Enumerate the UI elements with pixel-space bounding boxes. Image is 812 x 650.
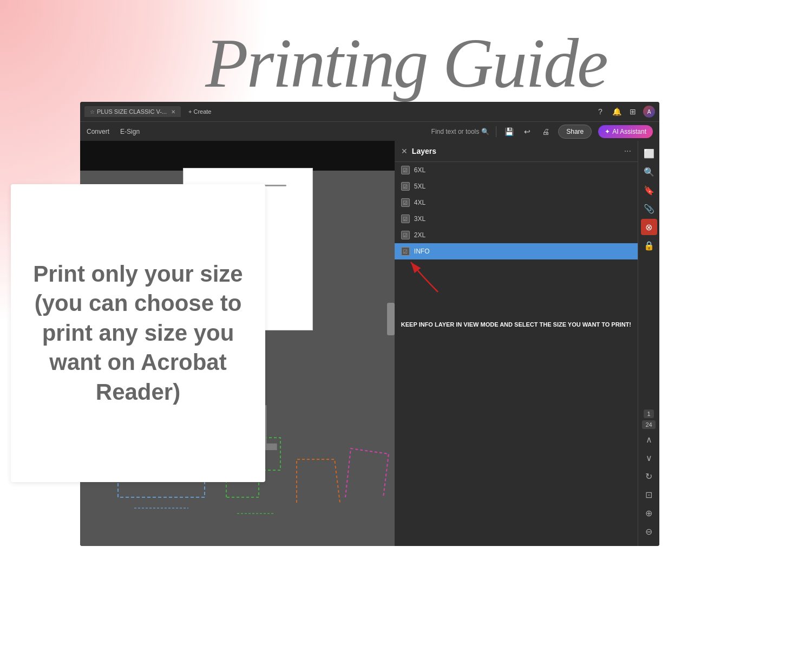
create-label: Create xyxy=(193,108,211,115)
toolbar-divider xyxy=(496,126,496,137)
scroll-down-icon[interactable]: ∨ xyxy=(641,450,657,466)
annotation-text: KEEP INFO LAYER IN VIEW MODE AND SELECT … xyxy=(395,316,638,334)
layer-checkbox-4xl[interactable]: ☑ xyxy=(401,198,410,207)
bottom-controls: 1 24 ∧ ∨ ↻ ⊡ ⊕ ⊖ xyxy=(641,407,657,542)
scroll-handle[interactable] xyxy=(387,303,395,335)
menu-esign[interactable]: E-Sign xyxy=(120,128,140,135)
pages-icon[interactable]: ⊡ xyxy=(641,486,657,503)
search-label: Find text or tools xyxy=(431,128,480,135)
layer-name-5xl: 5XL xyxy=(414,183,425,190)
scroll-up-icon[interactable]: ∧ xyxy=(641,431,657,447)
help-icon[interactable]: ? xyxy=(594,106,606,118)
tab-star-icon: ☆ xyxy=(90,109,95,115)
title-bar: ☆ PLUS SIZE CLASSIC V-... ✕ + Create ? 🔔… xyxy=(80,102,659,121)
title-bar-right: ? 🔔 ⊞ A xyxy=(594,106,655,118)
printing-guide-title-svg: Printing Guide xyxy=(162,8,650,106)
tab-close-icon[interactable]: ✕ xyxy=(171,109,175,115)
layer-checkbox-info[interactable]: ☑ xyxy=(401,247,410,256)
top-black-bar xyxy=(80,141,395,171)
instruction-text: Print only your size (you can choose to … xyxy=(27,259,249,407)
menu-convert[interactable]: Convert xyxy=(87,128,109,135)
sidebar-bookmark-icon[interactable]: 🔖 xyxy=(641,182,657,198)
layer-name-3xl: 3XL xyxy=(414,215,425,223)
current-page: 1 xyxy=(644,410,653,418)
sidebar-search-icon[interactable]: 🔍 xyxy=(641,164,657,180)
layer-item-6xl[interactable]: ☑ 6XL xyxy=(395,162,638,178)
layer-name-4xl: 4XL xyxy=(414,199,425,206)
layer-checkbox-2xl[interactable]: ☑ xyxy=(401,231,410,239)
print-icon[interactable]: 🖨 xyxy=(540,126,552,138)
total-pages: 24 xyxy=(642,420,655,429)
title-area: Printing Guide xyxy=(0,0,812,114)
save-icon[interactable]: 💾 xyxy=(503,126,515,138)
plus-icon: + xyxy=(188,108,192,115)
layer-checkbox-6xl[interactable]: ☑ xyxy=(401,166,410,174)
layer-item-2xl[interactable]: ☑ 2XL xyxy=(395,227,638,243)
sidebar-attachments-icon[interactable]: 📎 xyxy=(641,200,657,217)
new-tab-button[interactable]: + Create xyxy=(184,106,215,117)
layers-more-icon[interactable]: ··· xyxy=(624,146,631,156)
ai-label: AI Assistant xyxy=(612,128,646,135)
layers-panel: ✕ Layers ··· ☑ 6XL ☑ 5XL xyxy=(395,141,638,546)
user-avatar[interactable]: A xyxy=(643,106,655,118)
right-icon-sidebar: ⬜ 🔍 🔖 📎 ⊗ 🔒 1 24 ∧ ∨ ↻ ⊡ ⊕ ⊖ xyxy=(638,141,659,546)
layers-panel-header: ✕ Layers ··· xyxy=(395,141,638,162)
active-tab[interactable]: ☆ PLUS SIZE CLASSIC V-... ✕ xyxy=(84,106,181,117)
layer-name-6xl: 6XL xyxy=(414,166,425,174)
layers-close-icon[interactable]: ✕ xyxy=(401,147,408,155)
zoom-in-icon[interactable]: ⊕ xyxy=(641,505,657,521)
ai-icon: ✦ xyxy=(605,128,610,135)
right-panel-container: ✕ Layers ··· ☑ 6XL ☑ 5XL xyxy=(395,141,659,546)
menu-bar: Convert E-Sign Find text or tools 🔍 💾 ↩ … xyxy=(80,121,659,141)
layer-item-4xl[interactable]: ☑ 4XL xyxy=(395,194,638,211)
layer-checkbox-5xl[interactable]: ☑ xyxy=(401,182,410,191)
undo-icon[interactable]: ↩ xyxy=(521,126,533,138)
search-icon: 🔍 xyxy=(481,128,489,135)
layer-item-5xl[interactable]: ☑ 5XL xyxy=(395,178,638,194)
layer-checkbox-3xl[interactable]: ☑ xyxy=(401,214,410,223)
grid-icon[interactable]: ⊞ xyxy=(627,106,639,118)
sidebar-lock-icon[interactable]: 🔒 xyxy=(641,237,657,253)
red-arrow-svg xyxy=(395,259,514,297)
layer-name-info: INFO xyxy=(414,248,430,255)
layers-title: Layers xyxy=(412,147,624,155)
refresh-icon[interactable]: ↻ xyxy=(641,468,657,484)
sidebar-layers-icon[interactable]: ⊗ xyxy=(641,219,657,235)
layer-item-3xl[interactable]: ☑ 3XL xyxy=(395,211,638,227)
layer-name-2xl: 2XL xyxy=(414,231,425,239)
layer-item-info[interactable]: ☑ INFO xyxy=(395,243,638,259)
zoom-out-icon[interactable]: ⊖ xyxy=(641,523,657,540)
menu-right: Find text or tools 🔍 💾 ↩ 🖨 Share ✦ AI As… xyxy=(431,125,653,139)
instruction-box: Print only your size (you can choose to … xyxy=(11,184,265,482)
search-bar[interactable]: Find text or tools 🔍 xyxy=(431,128,490,135)
annotation-area: KEEP INFO LAYER IN VIEW MODE AND SELECT … xyxy=(395,259,638,334)
ai-assistant-button[interactable]: ✦ AI Assistant xyxy=(598,125,653,138)
tab-title: PLUS SIZE CLASSIC V-... xyxy=(97,108,167,115)
share-button[interactable]: Share xyxy=(558,125,592,139)
printing-guide-text: Printing Guide xyxy=(205,24,607,102)
notification-icon[interactable]: 🔔 xyxy=(611,106,623,118)
sidebar-export-icon[interactable]: ⬜ xyxy=(641,145,657,161)
